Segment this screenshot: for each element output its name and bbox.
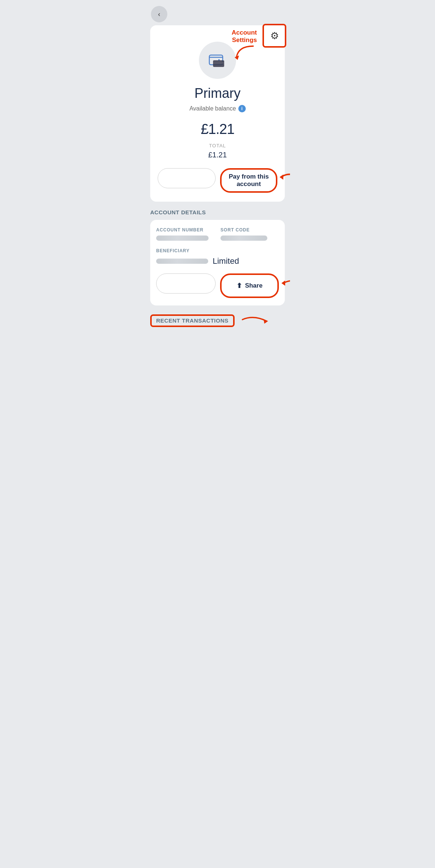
account-icon-circle	[199, 42, 236, 79]
account-card: ⚙ AccountSettings Primary Available bala…	[150, 25, 285, 202]
svg-marker-6	[281, 281, 285, 286]
settings-btn-highlight: ⚙	[262, 24, 286, 48]
total-label: TOTAL	[158, 143, 277, 148]
pay-from-account-button[interactable]: Pay from this account	[222, 170, 275, 190]
sort-code-col: SORT CODE	[220, 227, 279, 241]
balance-label-row: Available balance i	[158, 105, 277, 112]
svg-marker-7	[264, 319, 268, 324]
balance-main: £1	[201, 121, 216, 137]
wallet-card-icon	[207, 50, 228, 71]
beneficiary-label: BENEFICIARY	[156, 248, 279, 253]
recent-transactions-section: RECENT TRANSACTIONS	[150, 313, 285, 336]
share-arrow	[280, 276, 290, 293]
svg-rect-4	[213, 62, 224, 64]
pay-button-label: Pay from this account	[222, 173, 275, 188]
account-settings-button[interactable]: ⚙	[265, 26, 284, 45]
share-button-highlight: ⬆ Share	[220, 273, 279, 298]
pay-button-wrapper: Pay from this account	[220, 168, 277, 193]
recent-arrow	[241, 313, 270, 329]
info-icon: i	[241, 106, 242, 111]
left-action-button[interactable]	[158, 168, 216, 188]
balance-pence: .21	[216, 121, 234, 137]
account-number-value	[156, 236, 209, 241]
info-badge[interactable]: i	[238, 105, 246, 112]
gear-icon: ⚙	[270, 30, 279, 42]
share-button-label: Share	[245, 282, 262, 289]
beneficiary-value-row: Limited	[156, 256, 279, 266]
account-number-sortcode-row: ACCOUNT NUMBER SORT CODE	[156, 227, 279, 241]
sort-code-value	[220, 236, 267, 241]
beneficiary-blurred-value	[156, 259, 208, 264]
svg-marker-5	[280, 174, 283, 180]
beneficiary-name-text: Limited	[213, 256, 239, 266]
share-upload-icon: ⬆	[236, 282, 242, 290]
account-number-col: ACCOUNT NUMBER	[156, 227, 215, 241]
sort-code-label: SORT CODE	[220, 227, 279, 233]
balance-label: Available balance	[189, 105, 236, 112]
share-button-wrapper: ⬆ Share	[220, 273, 279, 298]
back-icon: ‹	[158, 10, 160, 18]
share-left-placeholder	[156, 273, 216, 294]
pay-button-highlight: Pay from this account	[220, 168, 277, 193]
account-name: Primary	[158, 86, 277, 101]
recent-transactions-label: RECENT TRANSACTIONS	[156, 317, 229, 324]
balance-amount: £1.21	[158, 115, 277, 138]
total-amount: £1.21	[158, 151, 277, 159]
beneficiary-row: BENEFICIARY Limited	[156, 248, 279, 266]
top-bar: ‹	[145, 0, 290, 25]
share-button[interactable]: ⬆ Share	[222, 276, 277, 296]
account-details-section-label: ACCOUNT DETAILS	[145, 202, 290, 220]
settings-arrow-svg	[231, 44, 257, 63]
share-btn-row: ⬆ Share	[156, 273, 279, 298]
settings-label-text: AccountSettings	[232, 29, 257, 44]
details-card: ACCOUNT NUMBER SORT CODE BENEFICIARY Lim…	[150, 220, 285, 305]
action-buttons-row: Pay from this account	[158, 168, 277, 193]
recent-transactions-highlight: RECENT TRANSACTIONS	[150, 314, 235, 327]
settings-arrow-label: AccountSettings	[231, 29, 257, 63]
account-number-label: ACCOUNT NUMBER	[156, 227, 215, 233]
back-button[interactable]: ‹	[151, 6, 167, 22]
pay-arrow	[278, 170, 290, 188]
